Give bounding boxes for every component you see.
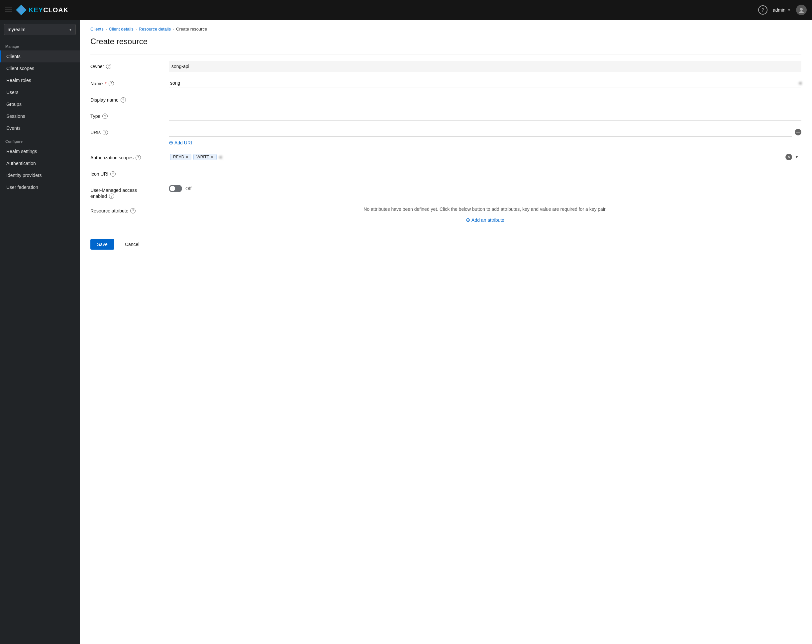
sidebar-item-events[interactable]: Events bbox=[0, 122, 80, 134]
hamburger-button[interactable] bbox=[5, 8, 12, 12]
name-control-col: ◀ bbox=[169, 78, 801, 88]
sidebar-item-identity-providers[interactable]: Identity providers bbox=[0, 169, 80, 181]
realm-selector[interactable]: myrealm ▼ bbox=[4, 24, 76, 35]
user-managed-label: User-Managed access enabled ? bbox=[90, 185, 163, 199]
type-row: Type ? bbox=[90, 111, 801, 120]
auth-scopes-help-icon[interactable]: ? bbox=[136, 155, 141, 160]
logo-text: KEYCLOAK bbox=[29, 6, 69, 14]
save-button[interactable]: Save bbox=[90, 239, 114, 250]
user-managed-state: Off bbox=[185, 186, 191, 191]
scope-tag-read: READ ✕ bbox=[170, 154, 191, 160]
scopes-actions: ✕ ▼ bbox=[785, 154, 800, 160]
owner-value-col bbox=[169, 61, 801, 72]
page-title: Create resource bbox=[90, 37, 801, 46]
scope-tag-write: WRITE ✕ bbox=[193, 154, 217, 160]
name-input[interactable] bbox=[169, 78, 797, 88]
svg-point-0 bbox=[800, 8, 803, 11]
uris-row: URIs ? — ⊕ Add URI bbox=[90, 127, 801, 146]
remove-uri-button[interactable]: — bbox=[795, 129, 801, 135]
topnav-right: ? admin ▼ bbox=[758, 5, 807, 15]
cancel-button[interactable]: Cancel bbox=[118, 239, 146, 250]
display-name-label: Display name ? bbox=[90, 94, 163, 103]
topnav: KEYCLOAK ? admin ▼ bbox=[0, 0, 812, 20]
owner-input bbox=[169, 61, 801, 72]
owner-row: Owner ? bbox=[90, 61, 801, 72]
breadcrumb-clients[interactable]: Clients bbox=[90, 27, 104, 32]
user-managed-control-col: Off bbox=[169, 185, 801, 192]
auth-scopes-control-col: READ ✕ WRITE ✕ ◀ ✕ ▼ bbox=[169, 152, 801, 162]
breadcrumb-current: Create resource bbox=[176, 27, 207, 32]
owner-label: Owner ? bbox=[90, 61, 163, 69]
help-icon[interactable]: ? bbox=[758, 5, 768, 15]
breadcrumb: Clients › Client details › Resource deta… bbox=[90, 27, 801, 32]
icon-uri-control-col bbox=[169, 169, 801, 178]
icon-uri-help-icon[interactable]: ? bbox=[110, 171, 116, 177]
display-name-row: Display name ? bbox=[90, 94, 801, 104]
sidebar-item-groups[interactable]: Groups bbox=[0, 98, 80, 110]
sidebar-item-realm-roles[interactable]: Realm roles bbox=[0, 75, 80, 86]
resource-attr-label: Resource attribute ? bbox=[90, 206, 163, 213]
breadcrumb-resource-details[interactable]: Resource details bbox=[139, 27, 171, 32]
resource-attr-help-icon[interactable]: ? bbox=[130, 208, 136, 213]
type-help-icon[interactable]: ? bbox=[102, 114, 108, 119]
name-required-star: * bbox=[105, 81, 106, 86]
owner-help-icon[interactable]: ? bbox=[106, 64, 111, 69]
configure-section-label: Configure bbox=[0, 134, 80, 145]
sidebar: myrealm ▼ Manage Clients Client scopes R… bbox=[0, 20, 80, 644]
uris-control-col: — ⊕ Add URI bbox=[169, 127, 801, 146]
avatar[interactable] bbox=[796, 5, 807, 15]
uri-row-1: — bbox=[169, 127, 801, 137]
admin-menu[interactable]: admin ▼ bbox=[773, 7, 791, 13]
add-attribute-area: ⊕ Add an attribute bbox=[169, 217, 801, 223]
auth-scopes-label: Authorization scopes ? bbox=[90, 152, 163, 160]
scopes-dropdown-button[interactable]: ▼ bbox=[794, 154, 800, 160]
sidebar-item-realm-settings[interactable]: Realm settings bbox=[0, 145, 80, 157]
add-attribute-button[interactable]: ⊕ Add an attribute bbox=[466, 217, 504, 223]
display-name-help-icon[interactable]: ? bbox=[121, 97, 126, 103]
auth-scopes-row: Authorization scopes ? READ ✕ WRITE ✕ bbox=[90, 152, 801, 162]
user-managed-row: User-Managed access enabled ? Off bbox=[90, 185, 801, 199]
sidebar-item-users[interactable]: Users bbox=[0, 86, 80, 98]
user-managed-toggle[interactable] bbox=[169, 185, 182, 192]
icon-uri-input[interactable] bbox=[169, 169, 801, 178]
name-row: Name * ? ◀ bbox=[90, 78, 801, 88]
resource-attr-row: Resource attribute ? No attributes have … bbox=[90, 206, 801, 223]
breadcrumb-sep-3: › bbox=[173, 27, 174, 31]
add-uri-button[interactable]: ⊕ Add URI bbox=[169, 139, 192, 146]
type-input[interactable] bbox=[169, 111, 801, 120]
realm-name: myrealm bbox=[8, 27, 26, 32]
name-label: Name * ? bbox=[90, 78, 163, 86]
breadcrumb-client-details[interactable]: Client details bbox=[108, 27, 133, 32]
user-managed-help-icon[interactable]: ? bbox=[109, 193, 114, 199]
icon-uri-row: Icon URI ? bbox=[90, 169, 801, 178]
admin-label: admin bbox=[773, 7, 785, 13]
realm-dropdown-arrow: ▼ bbox=[69, 28, 72, 32]
remove-read-scope[interactable]: ✕ bbox=[185, 155, 188, 159]
sidebar-item-authentication[interactable]: Authentication bbox=[0, 157, 80, 169]
resource-attr-control-col: No attributes have been defined yet. Cli… bbox=[169, 206, 801, 223]
admin-dropdown-arrow: ▼ bbox=[788, 8, 791, 12]
toggle-knob bbox=[170, 186, 175, 191]
sidebar-item-user-federation[interactable]: User federation bbox=[0, 181, 80, 193]
remove-write-scope[interactable]: ✕ bbox=[211, 155, 214, 159]
scopes-tags-area: READ ✕ WRITE ✕ ◀ bbox=[170, 154, 785, 160]
resource-attr-empty-text: No attributes have been defined yet. Cli… bbox=[169, 206, 801, 213]
form-actions: Save Cancel bbox=[90, 234, 801, 250]
clear-scopes-button[interactable]: ✕ bbox=[785, 154, 792, 160]
name-help-icon[interactable]: ? bbox=[108, 81, 114, 86]
type-control-col bbox=[169, 111, 801, 120]
manage-section-label: Manage bbox=[0, 39, 80, 50]
display-name-input[interactable] bbox=[169, 94, 801, 104]
uris-label: URIs ? bbox=[90, 127, 163, 135]
sidebar-item-sessions[interactable]: Sessions bbox=[0, 110, 80, 122]
uris-help-icon[interactable]: ? bbox=[103, 130, 108, 135]
uri-input[interactable] bbox=[169, 127, 792, 137]
title-divider bbox=[90, 54, 801, 55]
sidebar-item-client-scopes[interactable]: Client scopes bbox=[0, 62, 80, 75]
scopes-cursor-indicator: ◀ bbox=[218, 155, 221, 159]
display-name-control-col bbox=[169, 94, 801, 104]
user-managed-toggle-row: Off bbox=[169, 185, 801, 192]
svg-point-1 bbox=[799, 11, 804, 13]
sidebar-item-clients[interactable]: Clients bbox=[0, 50, 80, 62]
breadcrumb-sep-1: › bbox=[106, 27, 107, 31]
